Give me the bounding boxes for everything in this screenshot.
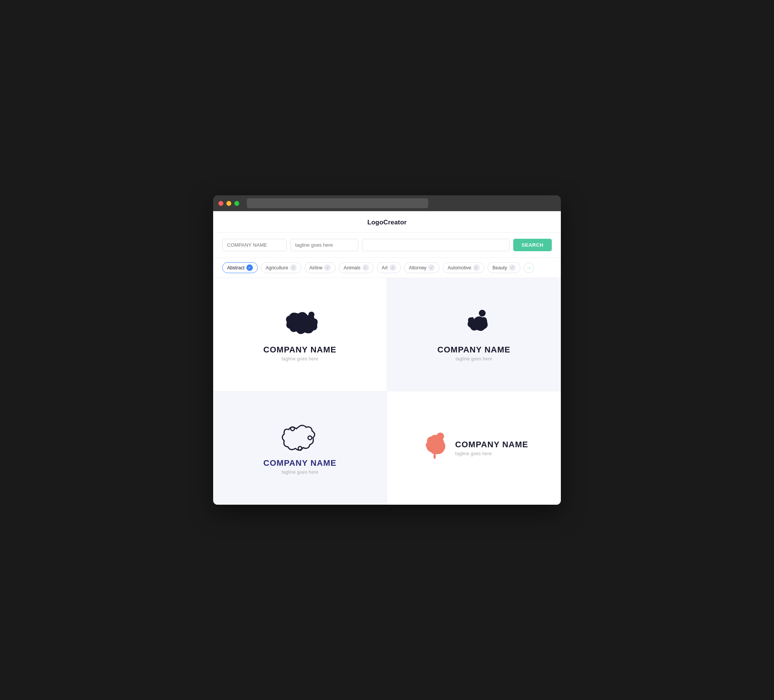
svg-point-1 [479, 310, 486, 317]
search-row: SEARCH [213, 233, 561, 258]
logo-company-name-3: COMPANY NAME [263, 458, 336, 468]
logo-icon-3 [278, 421, 323, 453]
filter-check-animals: ✓ [362, 264, 369, 271]
svg-point-0 [308, 312, 314, 318]
main-search-input[interactable] [362, 239, 509, 251]
app-header: LogoCreator [213, 211, 561, 233]
svg-point-4 [298, 447, 302, 450]
logo-card-4-text: COMPANY NAME tagline goes here [455, 440, 528, 456]
svg-point-3 [308, 436, 312, 440]
address-bar[interactable] [247, 198, 428, 208]
filter-chip-automotive[interactable]: Automotive ✓ [443, 262, 485, 273]
logo-icon-4 [420, 429, 450, 461]
filter-chip-airline[interactable]: Airline ✓ [304, 262, 336, 273]
close-button[interactable] [218, 201, 223, 206]
logo-company-name-2: COMPANY NAME [437, 345, 510, 355]
logo-card-4-inner: COMPANY NAME tagline goes here [420, 429, 528, 467]
filter-label-attorney: Attorney [409, 265, 427, 271]
logo-tagline-2: tagline goes here [455, 356, 492, 362]
filter-chip-art[interactable]: Art ✓ [377, 262, 401, 273]
browser-window: LogoCreator SEARCH Abstract ✓ Agricultur… [213, 195, 561, 505]
filter-check-airline: ✓ [324, 264, 331, 271]
filter-next-arrow[interactable]: → [523, 262, 534, 273]
svg-point-2 [291, 427, 294, 431]
filter-row: Abstract ✓ Agriculture ✓ Airline ✓ Anima… [213, 258, 561, 278]
filter-check-automotive: ✓ [473, 264, 480, 271]
minimize-button[interactable] [227, 201, 231, 206]
filter-chip-abstract[interactable]: Abstract ✓ [222, 262, 258, 273]
logo-tagline-1: tagline goes here [281, 356, 318, 362]
filter-label-animals: Animals [344, 265, 360, 271]
logo-company-name-1: COMPANY NAME [263, 345, 336, 355]
company-name-input[interactable] [222, 239, 286, 251]
filter-label-agriculture: Agriculture [266, 265, 288, 271]
logo-company-name-4: COMPANY NAME [455, 440, 528, 449]
filter-check-agriculture: ✓ [290, 264, 297, 271]
logo-card-4[interactable]: COMPANY NAME tagline goes here [387, 391, 561, 505]
filter-chip-attorney[interactable]: Attorney ✓ [404, 262, 440, 273]
app-title: LogoCreator [367, 219, 407, 226]
filter-label-automotive: Automotive [448, 265, 471, 271]
logo-card-1[interactable]: COMPANY NAME tagline goes here [213, 278, 387, 391]
filter-label-art: Art [382, 265, 388, 271]
titlebar [213, 195, 561, 211]
filter-label-beauty: Beauty [493, 265, 507, 271]
filter-check-beauty: ✓ [509, 264, 516, 271]
logo-tagline-3: tagline goes here [281, 470, 318, 475]
maximize-button[interactable] [234, 201, 239, 206]
logo-icon-2 [455, 308, 493, 340]
filter-chip-animals[interactable]: Animals ✓ [339, 262, 374, 273]
filter-label-airline: Airline [309, 265, 323, 271]
logos-grid: COMPANY NAME tagline goes here COMPANY N… [213, 278, 561, 505]
logo-card-3[interactable]: COMPANY NAME tagline goes here [213, 391, 387, 505]
filter-chip-beauty[interactable]: Beauty ✓ [488, 262, 520, 273]
app-content: LogoCreator SEARCH Abstract ✓ Agricultur… [213, 211, 561, 505]
filter-label-abstract: Abstract [227, 265, 245, 271]
filter-chip-agriculture[interactable]: Agriculture ✓ [261, 262, 302, 273]
search-button[interactable]: SEARCH [513, 239, 552, 251]
filter-check-attorney: ✓ [428, 264, 435, 271]
logo-icon-1 [278, 308, 323, 340]
logo-card-2[interactable]: COMPANY NAME tagline goes here [387, 278, 561, 391]
tagline-input[interactable] [290, 239, 358, 251]
filter-check-abstract: ✓ [246, 264, 253, 271]
filter-check-art: ✓ [390, 264, 396, 271]
logo-tagline-4: tagline goes here [455, 451, 528, 456]
